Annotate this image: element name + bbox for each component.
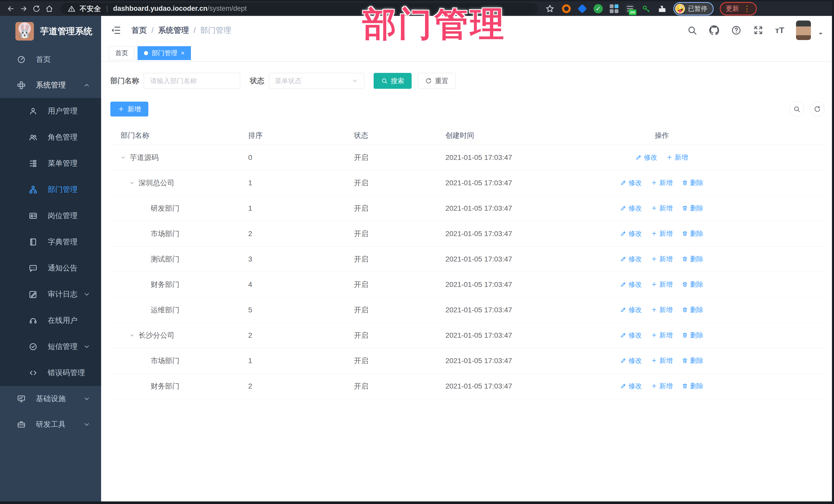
add-row-button[interactable]: 新增 — [651, 381, 673, 391]
delete-row-button[interactable]: 删除 — [682, 381, 703, 391]
modify-row-button[interactable]: 修改 — [620, 381, 642, 391]
sidebar-item-研发工具[interactable]: 研发工具 — [0, 412, 101, 437]
dept-created-time: 2021-01-05 17:03:47 — [445, 357, 587, 365]
action-label: 修改 — [629, 280, 642, 289]
modify-row-button[interactable]: 修改 — [620, 356, 642, 365]
extension-green-check-icon[interactable]: ✓ — [593, 3, 603, 14]
extension-grid-icon[interactable] — [609, 3, 619, 14]
add-row-button[interactable]: 新增 — [651, 229, 673, 238]
action-label: 新增 — [659, 381, 673, 391]
modify-row-button[interactable]: 修改 — [636, 153, 657, 162]
trash-icon — [682, 332, 688, 338]
delete-row-button[interactable]: 删除 — [682, 255, 703, 264]
add-row-button[interactable]: 新增 — [651, 305, 673, 314]
add-row-button[interactable]: 新增 — [651, 280, 673, 289]
user-avatar[interactable] — [796, 21, 811, 40]
font-size-icon[interactable]: тT — [775, 26, 784, 35]
dept-created-time: 2021-01-05 17:03:47 — [445, 331, 587, 339]
browser-update-button[interactable]: 更新 ⋮ — [720, 2, 757, 15]
modify-row-button[interactable]: 修改 — [620, 178, 642, 187]
sidebar-item-岗位管理[interactable]: 岗位管理 — [0, 203, 101, 229]
url-text: dashboard.yudao.iocoder.cn/system/dept — [113, 5, 247, 13]
add-button[interactable]: 新增 — [110, 102, 148, 116]
add-row-button[interactable]: 新增 — [651, 178, 673, 187]
expand-row-icon[interactable] — [129, 180, 134, 185]
modify-row-button[interactable]: 修改 — [620, 229, 642, 238]
sidebar-item-错误码管理[interactable]: 错误码管理 — [0, 360, 101, 386]
dept-created-time: 2021-01-05 17:03:47 — [445, 204, 587, 213]
delete-row-button[interactable]: 删除 — [682, 178, 703, 187]
chevron-down-icon — [351, 77, 358, 84]
tab-close-icon[interactable]: × — [181, 50, 184, 56]
fullscreen-icon[interactable] — [753, 25, 764, 36]
audit-log-icon — [29, 290, 38, 299]
add-row-button[interactable]: 新增 — [651, 356, 673, 365]
table-row: 财务部门4开启2021-01-05 17:03:47修改新增删除 — [110, 272, 825, 298]
modify-row-button[interactable]: 修改 — [620, 305, 642, 314]
sidebar-item-短信管理[interactable]: 短信管理 — [0, 334, 101, 360]
sidebar-item-角色管理[interactable]: 角色管理 — [0, 124, 101, 150]
action-label: 修改 — [629, 305, 642, 314]
hamburger-fold-icon[interactable] — [110, 25, 121, 36]
app-logo-row[interactable]: 🐰 芋道管理系统 — [0, 16, 101, 47]
add-row-button[interactable]: 新增 — [651, 255, 673, 264]
delete-row-button[interactable]: 删除 — [682, 204, 703, 213]
delete-row-button[interactable]: 删除 — [682, 229, 703, 238]
extension-blue-gem-icon[interactable] — [577, 3, 588, 14]
edit-pencil-icon — [620, 307, 627, 313]
sidebar-item-部门管理[interactable]: 部门管理 — [0, 177, 101, 203]
sidebar-item-用户管理[interactable]: 用户管理 — [0, 98, 101, 124]
reload-icon[interactable] — [31, 4, 42, 14]
breadcrumb-home[interactable]: 首页 — [131, 25, 147, 36]
delete-row-button[interactable]: 删除 — [682, 280, 703, 289]
delete-row-button[interactable]: 删除 — [682, 331, 703, 340]
tab-dept-management[interactable]: 部门管理 × — [137, 46, 191, 60]
table-toolbar: 新增 — [110, 102, 825, 116]
sidebar-item-菜单管理[interactable]: 菜单管理 — [0, 150, 101, 177]
extension-orange-ring-icon[interactable] — [561, 3, 572, 14]
search-icon[interactable] — [687, 25, 697, 36]
search-button[interactable]: 搜索 — [374, 73, 412, 89]
add-row-button[interactable]: 新增 — [651, 204, 673, 213]
tab-home[interactable]: 首页 — [109, 46, 134, 60]
sidebar-item-基础设施[interactable]: 基础设施 — [0, 386, 101, 412]
sidebar-item-系统管理[interactable]: 系统管理 — [0, 72, 101, 98]
extension-puzzle-icon[interactable] — [656, 3, 667, 14]
forward-icon[interactable] — [19, 4, 29, 14]
help-icon[interactable] — [731, 25, 741, 36]
expand-row-icon[interactable] — [129, 333, 134, 338]
modify-row-button[interactable]: 修改 — [620, 204, 642, 213]
status-select[interactable]: 菜单状态 — [269, 73, 365, 89]
sidebar-item-首页[interactable]: 首页 — [0, 47, 101, 72]
browser-menu-icon[interactable]: ⋮ — [743, 5, 751, 13]
show-search-button[interactable] — [789, 102, 804, 116]
sidebar-item-审计日志[interactable]: 审计日志 — [0, 281, 101, 307]
star-icon[interactable] — [545, 4, 555, 14]
modify-row-button[interactable]: 修改 — [620, 255, 642, 264]
sidebar-item-通知公告[interactable]: 通知公告 — [0, 255, 101, 281]
add-row-button[interactable]: 新增 — [651, 331, 673, 340]
back-icon[interactable] — [6, 4, 16, 14]
caret-down-icon[interactable] — [817, 30, 824, 37]
sidebar-item-字典管理[interactable]: 字典管理 — [0, 229, 101, 255]
modify-row-button[interactable]: 修改 — [620, 331, 642, 340]
add-row-button[interactable]: 新增 — [666, 153, 688, 162]
sidebar-item-在线用户[interactable]: 在线用户 — [0, 307, 101, 334]
expand-row-icon[interactable] — [120, 155, 126, 160]
profile-chip[interactable]: 🤪 已暂停 — [673, 2, 714, 15]
extension-dark-on-icon[interactable]: on — [624, 3, 635, 14]
table-row: 研发部门1开启2021-01-05 17:03:47修改新增删除 — [110, 196, 825, 221]
trash-icon — [682, 307, 688, 313]
reset-button[interactable]: 重置 — [418, 73, 456, 89]
delete-row-button[interactable]: 删除 — [682, 356, 703, 365]
breadcrumb-system[interactable]: 系统管理 — [158, 25, 189, 36]
delete-row-button[interactable]: 删除 — [682, 305, 703, 314]
refresh-table-button[interactable] — [810, 102, 825, 116]
modify-row-button[interactable]: 修改 — [620, 280, 642, 289]
dept-name-input[interactable] — [144, 73, 240, 89]
status-label: 状态 — [250, 76, 264, 86]
extension-green-key-icon[interactable] — [640, 3, 651, 14]
dept-created-time: 2021-01-05 17:03:47 — [445, 255, 587, 263]
home-icon[interactable] — [44, 4, 54, 14]
github-icon[interactable] — [709, 25, 719, 36]
